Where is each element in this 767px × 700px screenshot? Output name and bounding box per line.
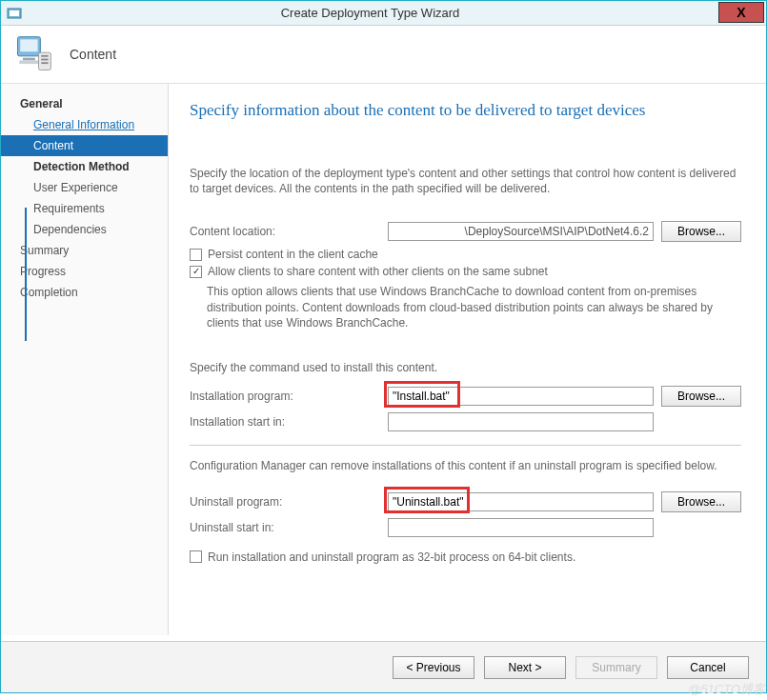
install-start-in-label: Installation start in: (190, 415, 380, 429)
uninstall-start-in-row: Uninstall start in: (190, 518, 741, 537)
run-32bit-checkbox[interactable] (190, 550, 202, 563)
configmgr-note: Configuration Manager can remove install… (190, 459, 741, 472)
header-title: Content (70, 47, 116, 62)
uninstall-start-in-input[interactable] (388, 518, 654, 537)
run-32bit-row: Run installation and uninstall program a… (190, 550, 741, 564)
window-title: Create Deployment Type Wizard (22, 6, 718, 20)
allow-share-row: Allow clients to share content with othe… (190, 265, 741, 278)
svg-rect-6 (39, 52, 51, 70)
branchcache-note: This option allows clients that use Wind… (207, 284, 741, 330)
sidebar-item-general[interactable]: General (1, 93, 168, 114)
content-location-browse-button[interactable]: Browse... (661, 221, 741, 242)
svg-rect-8 (41, 59, 48, 61)
uninstall-program-input[interactable] (388, 492, 654, 511)
svg-rect-5 (19, 60, 38, 64)
uninstall-program-label: Uninstall program: (190, 495, 380, 509)
sidebar-item-general-information[interactable]: General Information (1, 114, 168, 135)
svg-rect-1 (10, 10, 19, 16)
page-description: Specify the location of the deployment t… (190, 166, 741, 196)
allow-share-label[interactable]: Allow clients to share content with othe… (208, 265, 548, 278)
divider (190, 445, 741, 446)
install-program-browse-button[interactable]: Browse... (661, 386, 741, 407)
svg-rect-4 (23, 58, 35, 61)
previous-button[interactable]: < Previous (393, 656, 474, 679)
install-program-label: Installation program: (190, 390, 380, 403)
page-title: Specify information about the content to… (190, 101, 741, 120)
close-button[interactable]: X (718, 2, 764, 23)
persist-content-label[interactable]: Persist content in the client cache (208, 248, 378, 261)
content-pane: Specify information about the content to… (169, 84, 766, 635)
sidebar-item-user-experience[interactable]: User Experience (1, 177, 168, 198)
wizard-footer: < Previous Next > Summary Cancel (1, 641, 766, 692)
cancel-button[interactable]: Cancel (667, 656, 749, 679)
uninstall-program-row: Uninstall program: Browse... (190, 491, 741, 512)
app-icon (7, 6, 22, 21)
svg-rect-7 (41, 55, 48, 57)
svg-rect-3 (20, 39, 37, 51)
install-start-in-row: Installation start in: (190, 412, 741, 431)
install-program-row: Installation program: Browse... (190, 386, 741, 407)
install-section-label: Specify the command used to install this… (190, 361, 741, 374)
uninstall-program-browse-button[interactable]: Browse... (661, 491, 741, 512)
persist-content-row: Persist content in the client cache (190, 248, 741, 261)
sidebar-item-content[interactable]: Content (1, 135, 168, 156)
summary-button: Summary (575, 656, 657, 679)
body-area: General General Information Content Dete… (1, 83, 766, 635)
sidebar: General General Information Content Dete… (1, 84, 169, 635)
content-location-row: Content location: Browse... (190, 221, 741, 242)
titlebar: Create Deployment Type Wizard X (1, 1, 766, 26)
svg-rect-9 (41, 62, 48, 64)
run-32bit-label[interactable]: Run installation and uninstall program a… (208, 550, 575, 564)
header-band: Content (1, 26, 766, 83)
wizard-window: Create Deployment Type Wizard X Content … (0, 0, 767, 693)
persist-content-checkbox[interactable] (190, 249, 202, 261)
install-program-input[interactable] (388, 387, 654, 406)
sidebar-progress-bar (25, 208, 27, 341)
install-start-in-input[interactable] (388, 412, 654, 431)
uninstall-start-in-label: Uninstall start in: (190, 521, 380, 534)
content-icon (12, 33, 54, 75)
allow-share-checkbox[interactable] (190, 266, 202, 278)
sidebar-item-detection-method[interactable]: Detection Method (1, 156, 168, 177)
next-button[interactable]: Next > (484, 656, 566, 679)
content-location-label: Content location: (190, 225, 380, 238)
content-location-input[interactable] (388, 222, 654, 241)
